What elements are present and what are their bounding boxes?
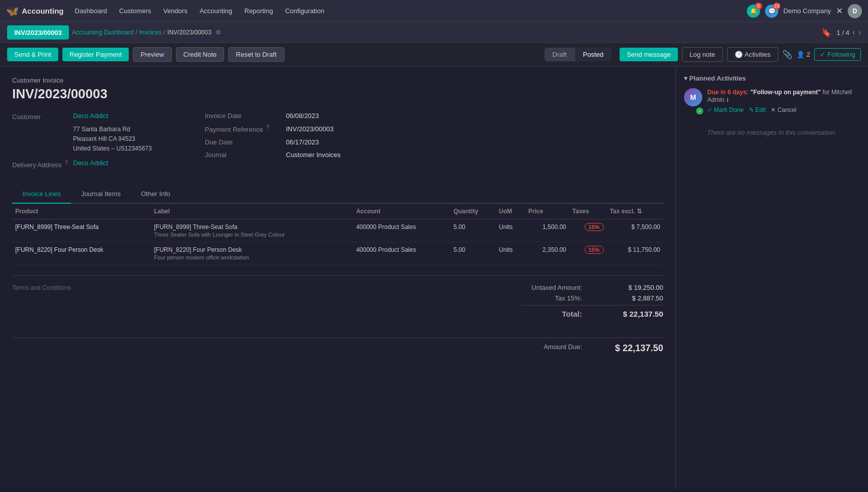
activity-due-text: Due in 6 days: "Follow-up on payment" fo… — [707, 88, 860, 103]
clock-icon: 🕐 — [735, 51, 743, 58]
total-row: Total: $ 22,137.50 — [521, 305, 663, 318]
close-icon[interactable]: ✕ — [836, 6, 843, 16]
address-line-3: United States – US12345673 — [73, 144, 185, 154]
activities-button[interactable]: 🕐 Activities — [727, 47, 778, 62]
invoice-fields: Customer Deco Addict 77 Santa Barbara Rd… — [12, 112, 663, 173]
messages-badge[interactable]: 💬 23 — [765, 5, 778, 18]
mark-done-button[interactable]: ✓ Mark Done — [707, 106, 744, 113]
prev-arrow[interactable]: ‹ — [852, 28, 855, 37]
row1-account: 400000 Product Sales — [353, 219, 450, 242]
user-avatar[interactable]: D — [848, 4, 862, 18]
tab-invoice-lines[interactable]: Invoice Lines — [12, 185, 71, 204]
totals-section: Terms and Conditions Untaxed Amount: $ 1… — [12, 275, 663, 329]
right-actions: Send message Log note 🕐 Activities 📎 👤 2… — [620, 47, 861, 62]
nav-reporting[interactable]: Reporting — [239, 4, 278, 18]
journal-row: Journal Customer Invoices — [205, 151, 663, 159]
invoice-area: Customer Invoice INV/2023/00003 Customer… — [0, 66, 675, 489]
customer-field: Customer Deco Addict — [12, 112, 185, 121]
amount-due-section: Amount Due: $ 22,137.50 — [12, 337, 663, 354]
nav-vendors[interactable]: Vendors — [158, 4, 193, 18]
col-label: Label — [151, 204, 353, 219]
breadcrumb-parent[interactable]: Invoices — [139, 29, 162, 36]
row1-tax: 15% — [569, 219, 607, 242]
app-logo[interactable]: 🦋 Accounting — [6, 5, 64, 17]
nav-accounting[interactable]: Accounting — [195, 4, 237, 18]
invoice-number: INV/2023/00003 — [12, 86, 663, 102]
check-icon: ✓ — [820, 51, 825, 58]
activity-status-badge: ✓ — [696, 107, 703, 115]
payment-ref-label: Payment Reference ? — [205, 125, 286, 133]
due-date-value: 06/17/2023 — [286, 138, 319, 146]
activity-due: Due in 6 days: — [707, 89, 748, 96]
notifications-badge[interactable]: 🔔 5 — [747, 5, 760, 18]
invoice-tabs: Invoice Lines Journal Items Other Info — [12, 185, 663, 204]
following-button[interactable]: ✓ Following — [814, 48, 861, 61]
bookmark-icon[interactable]: 🔖 — [821, 28, 831, 37]
invoice-date-row: Invoice Date 06/08/2023 — [205, 112, 663, 120]
total-label: Total: — [521, 310, 582, 318]
customer-name[interactable]: Deco Addict — [73, 112, 108, 120]
payment-ref-help-icon[interactable]: ? — [267, 125, 270, 130]
breadcrumb-home[interactable]: Accounting Dashboard — [72, 29, 133, 36]
amount-due-value: $ 22,137.50 — [612, 343, 663, 354]
row2-quantity: 5.00 — [450, 242, 496, 264]
cancel-button[interactable]: ✕ Cancel — [771, 106, 796, 113]
activity-avatar-wrapper: M ✓ — [684, 88, 702, 113]
planned-activities-title: ▾ Planned Activities — [684, 74, 746, 82]
delivery-help-icon[interactable]: ? — [65, 160, 68, 166]
totals-table: Untaxed Amount: $ 19,250.00 Tax 15%: $ 2… — [521, 284, 663, 321]
customer-address: 77 Santa Barbara Rd Pleasant Hill CA 945… — [73, 125, 185, 154]
delivery-name[interactable]: Deco Addict — [73, 159, 108, 167]
send-print-button[interactable]: Send & Print — [7, 48, 58, 61]
row1-product[interactable]: [FURN_8999] Three-Seat Sofa — [12, 219, 151, 242]
column-settings-icon[interactable]: ⇅ — [637, 208, 642, 215]
nav-dashboard[interactable]: Dashboard — [70, 4, 113, 18]
attachment-icon[interactable]: 📎 — [782, 50, 792, 59]
invoice-date-value: 06/08/2023 — [286, 112, 319, 120]
register-payment-button[interactable]: Register Payment — [62, 48, 129, 61]
payment-ref-row: Payment Reference ? INV/2023/00003 — [205, 125, 663, 133]
activities-label: Activities — [745, 51, 771, 58]
tax-value: $ 2,887.50 — [612, 294, 663, 302]
invoice-type: Customer Invoice — [12, 77, 663, 84]
total-value: $ 22,137.50 — [612, 310, 663, 318]
status-draft-button[interactable]: Draft — [545, 48, 575, 61]
row2-product[interactable]: [FURN_8220] Four Person Desk — [12, 242, 151, 264]
due-date-label: Due Date — [205, 138, 286, 146]
breadcrumb-right: 🔖 1 / 4 ‹ › — [821, 28, 861, 37]
tax-label: Tax 15%: — [521, 294, 582, 302]
journal-value: Customer Invoices — [286, 151, 341, 159]
activity-info-icon[interactable]: ℹ — [727, 97, 729, 103]
activity-actions: ✓ Mark Done ✎ Edit ✕ Cancel — [707, 106, 860, 113]
settings-icon[interactable]: ⚙ — [215, 29, 221, 36]
app-name: Accounting — [22, 7, 64, 15]
send-message-button[interactable]: Send message — [620, 48, 678, 61]
new-button[interactable]: INV/2023/00003 — [7, 25, 69, 40]
status-group: Draft Posted — [545, 48, 612, 61]
untaxed-value: $ 19,250.00 — [612, 284, 663, 291]
col-uom: UoM — [496, 204, 525, 219]
table-row: [FURN_8220] Four Person Desk [FURN_8220]… — [12, 242, 663, 264]
pencil-icon: ✎ — [749, 106, 754, 113]
next-arrow[interactable]: › — [858, 28, 861, 37]
status-posted-button[interactable]: Posted — [575, 48, 611, 61]
nav-customers[interactable]: Customers — [114, 4, 156, 18]
left-fields: Customer Deco Addict 77 Santa Barbara Rd… — [12, 112, 185, 173]
edit-button[interactable]: ✎ Edit — [749, 106, 766, 113]
row1-uom: Units — [496, 219, 525, 242]
untaxed-row: Untaxed Amount: $ 19,250.00 — [521, 284, 663, 291]
journal-label: Journal — [205, 151, 286, 159]
followers-count: 2 — [807, 51, 810, 58]
tax-badge: 15% — [585, 246, 604, 254]
nav-configuration[interactable]: Configuration — [280, 4, 329, 18]
reset-draft-button[interactable]: Reset to Draft — [228, 47, 284, 62]
log-note-button[interactable]: Log note — [682, 47, 723, 62]
followers-button[interactable]: 👤 2 — [797, 51, 810, 58]
credit-note-button[interactable]: Credit Note — [176, 47, 225, 62]
breadcrumb-current: INV/2023/00003 — [167, 29, 211, 36]
activity-item: M ✓ Due in 6 days: "Follow-up on payment… — [684, 88, 860, 113]
payment-ref-value: INV/2023/00003 — [286, 125, 334, 133]
preview-button[interactable]: Preview — [133, 47, 171, 62]
tab-journal-items[interactable]: Journal Items — [71, 185, 131, 204]
tab-other-info[interactable]: Other Info — [131, 185, 180, 204]
